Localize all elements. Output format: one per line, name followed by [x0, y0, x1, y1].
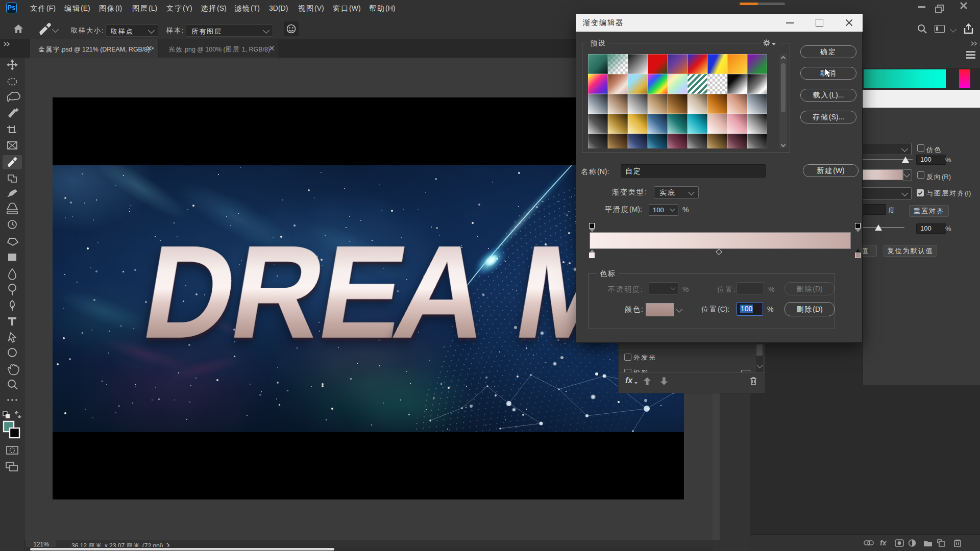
svg-text:fx: fx — [880, 539, 887, 547]
